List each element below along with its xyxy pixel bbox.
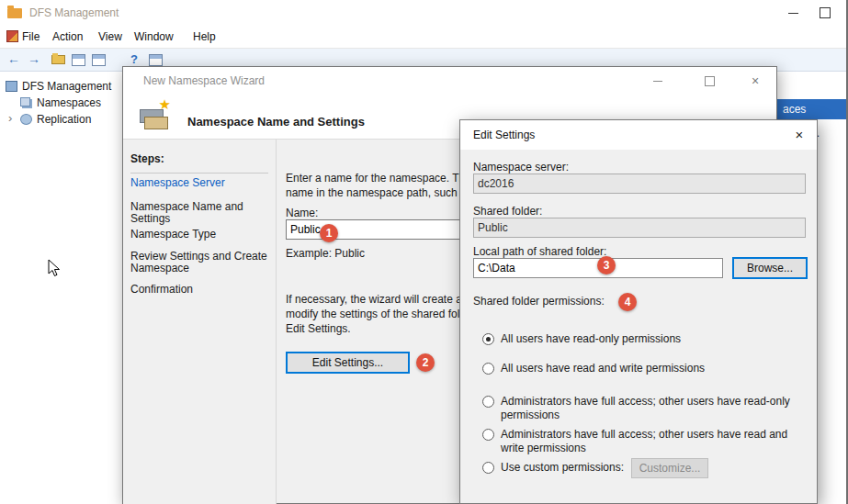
namespace-name-input[interactable] — [286, 219, 469, 240]
namespace-server-input — [473, 174, 806, 194]
radio-read-only-label: All users have read-only permissions — [501, 332, 804, 346]
shared-folder-label: Shared folder: — [473, 205, 542, 218]
step-namespace-name-and-settings: Namespace Name and Settings — [130, 201, 271, 225]
menu-help[interactable]: Help — [193, 30, 216, 43]
help-icon[interactable]: ? — [130, 52, 138, 66]
mouse-cursor — [48, 259, 61, 277]
steps-heading: Steps: — [130, 152, 164, 165]
window-titlebar: DFS Management — [0, 0, 848, 26]
edit-settings-dialog: Edit Settings × Namespace server: Shared… — [459, 119, 818, 504]
wizard-titlebar: New Namespace Wizard × — [123, 67, 776, 95]
menu-view[interactable]: View — [98, 30, 122, 43]
tree-item-namespaces[interactable]: Namespaces — [37, 96, 101, 109]
customize-button: Customize... — [631, 458, 708, 478]
tree-item-replication[interactable]: Replication — [37, 113, 91, 126]
console-tree-icon[interactable] — [72, 54, 85, 66]
console-tree: DFS Management Namespaces › Replication — [0, 72, 120, 504]
replication-icon — [20, 114, 32, 125]
step-namespace-type: Namespace Type — [130, 229, 271, 241]
tree-item-dfs-management[interactable]: DFS Management — [22, 80, 111, 93]
menu-file[interactable]: File — [22, 30, 40, 43]
wizard-maximize-icon[interactable] — [699, 72, 719, 90]
steps-divider — [130, 173, 268, 174]
shared-folder-input — [473, 218, 806, 238]
radio-admin-full-others-readwrite[interactable] — [482, 429, 494, 441]
intro-text-line2: name in the namespace path, such as \\ — [286, 186, 481, 199]
app-folder-icon — [7, 8, 22, 18]
selected-row-highlight: aces — [777, 99, 846, 119]
edit-settings-title: Edit Settings — [473, 129, 535, 141]
wizard-minimize-icon[interactable] — [648, 72, 668, 90]
local-path-label: Local path of shared folder: — [473, 245, 606, 258]
maximize-icon[interactable] — [815, 4, 835, 21]
edit-settings-button[interactable]: Edit Settings... — [286, 352, 410, 374]
radio-read-write[interactable] — [482, 363, 494, 375]
annotation-badge-4: 4 — [618, 293, 637, 311]
edit-settings-titlebar: Edit Settings × — [460, 120, 817, 150]
note-text-line2: modify the settings of the shared folder… — [286, 308, 487, 320]
menu-bar: File Action View Window Help — [0, 26, 848, 48]
radio-admin-full-others-read-label: Administrators have full access; other u… — [501, 395, 804, 422]
radio-admin-full-others-readwrite-label: Administrators have full access; other u… — [501, 428, 804, 455]
minimize-icon[interactable] — [784, 4, 804, 21]
namespaces-icon — [20, 97, 30, 106]
wizard-page-title: Namespace Name and Settings — [187, 115, 365, 129]
example-text: Example: Public — [286, 247, 365, 260]
export-folder-icon[interactable] — [51, 55, 65, 64]
chevron-right-icon[interactable]: › — [8, 111, 12, 125]
window-title: DFS Management — [29, 6, 119, 19]
export-list-icon[interactable] — [92, 54, 106, 66]
browse-button[interactable]: Browse... — [732, 257, 808, 279]
name-label: Name: — [286, 207, 318, 219]
selected-row-text-fragment: aces — [783, 103, 806, 116]
radio-read-only[interactable] — [482, 333, 494, 345]
close-icon[interactable]: × — [789, 125, 809, 145]
wizard-steps-panel: Steps: Namespace Server Namespace Name a… — [123, 140, 277, 504]
annotation-badge-3: 3 — [597, 256, 616, 274]
radio-custom-permissions[interactable] — [482, 462, 494, 474]
annotation-badge-2: 2 — [416, 353, 435, 372]
radio-custom-permissions-label: Use custom permissions: — [501, 461, 629, 475]
namespace-server-label: Namespace server: — [473, 161, 569, 174]
namespace-wizard-icon: ★ — [138, 96, 173, 137]
menu-action[interactable]: Action — [52, 30, 83, 43]
annotation-badge-1: 1 — [320, 224, 338, 242]
back-arrow-icon[interactable]: ← — [7, 51, 20, 66]
intro-text-line1: Enter a name for the namespace. This na — [286, 172, 489, 185]
note-text-line3: Edit Settings. — [286, 322, 351, 335]
sparkle-icon: ★ — [159, 96, 171, 113]
step-confirmation: Confirmation — [130, 284, 271, 296]
menu-window[interactable]: Window — [134, 30, 174, 43]
note-text-line1: If necessary, the wizard will create a s… — [286, 293, 487, 306]
step-namespace-server[interactable]: Namespace Server — [130, 177, 271, 189]
wizard-close-icon[interactable]: × — [745, 72, 765, 90]
permissions-label: Shared folder permissions: — [473, 295, 605, 308]
dfs-management-window: DFS Management File Action View Window H… — [0, 0, 848, 504]
wizard-title: New Namespace Wizard — [143, 74, 265, 87]
step-review-settings: Review Settings and Create Namespace — [130, 251, 271, 274]
console-window-icon — [6, 30, 18, 42]
forward-arrow-icon[interactable]: → — [28, 51, 40, 66]
radio-admin-full-others-read[interactable] — [482, 396, 494, 408]
dfs-management-icon — [6, 81, 17, 92]
radio-read-write-label: All users have read and write permission… — [501, 362, 804, 375]
properties-window-icon[interactable] — [149, 54, 163, 66]
